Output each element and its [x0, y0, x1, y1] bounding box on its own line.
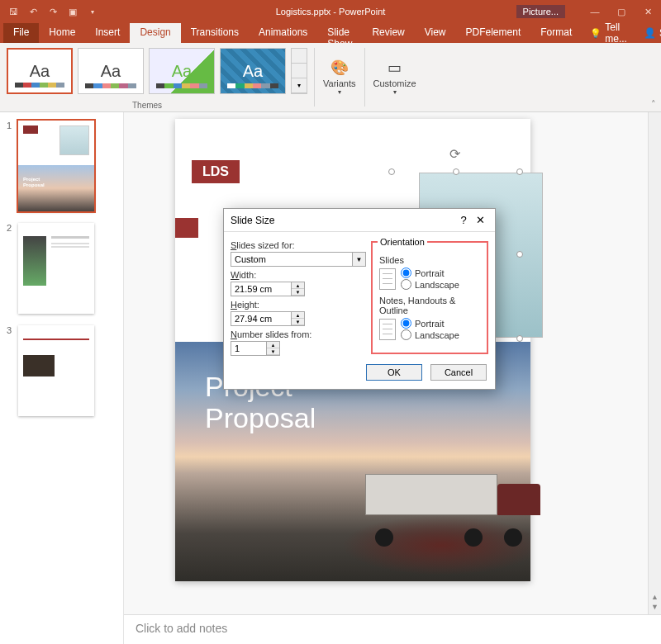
title-mini: ProjectProposal [23, 177, 45, 188]
tab-pdfelement[interactable]: PDFelement [456, 23, 531, 43]
tab-file[interactable]: File [3, 23, 39, 43]
selection-handle[interactable] [453, 168, 459, 175]
spin-down-icon[interactable]: ▼ [292, 319, 304, 325]
ok-button[interactable]: OK [366, 364, 422, 381]
height-spinner[interactable]: ▲▼ [231, 311, 305, 326]
photo-mini [59, 125, 89, 155]
slide-thumbnail[interactable] [18, 325, 94, 416]
spin-up-icon[interactable]: ▲ [292, 312, 304, 319]
contextual-tab-label: Picture... [516, 5, 565, 18]
height-input[interactable] [231, 311, 292, 326]
theme-swatch[interactable]: Aa [78, 48, 144, 94]
ribbon: Aa Aa Aa Aa ▾ Themes 🎨Variants▾ ▭Customi… [0, 43, 661, 112]
theme-swatch[interactable]: Aa [7, 48, 73, 94]
minimize-button[interactable]: — [582, 0, 608, 23]
start-from-beginning-icon[interactable]: ▣ [64, 3, 81, 20]
slides-landscape-radio[interactable]: Landscape [401, 279, 459, 290]
hero-mini [18, 165, 94, 211]
save-icon[interactable]: 🖫 [5, 3, 21, 20]
dialog-titlebar: Slide Size ? ✕ [224, 209, 495, 232]
width-label: Width: [231, 270, 366, 280]
number-from-label: Number slides from: [231, 329, 366, 339]
close-button[interactable]: ✕ [635, 0, 661, 23]
ribbon-tabs: File Home Insert Design Transitions Anim… [0, 23, 661, 43]
height-label: Height: [231, 300, 366, 310]
tell-me[interactable]: 💡Tell me... [582, 23, 635, 43]
tab-format[interactable]: Format [530, 23, 582, 43]
number-from-spinner[interactable]: ▲▼ [231, 341, 280, 356]
quick-access-toolbar: 🖫 ↶ ↷ ▣ ▾ [0, 3, 101, 20]
tab-design[interactable]: Design [130, 23, 180, 43]
cancel-button[interactable]: Cancel [430, 364, 487, 381]
restore-button[interactable]: ▢ [608, 0, 635, 23]
orientation-fieldset: Orientation Slides Portrait Landscape No… [371, 237, 488, 354]
sized-for-label: Slides sized for: [231, 240, 366, 250]
tab-home[interactable]: Home [39, 23, 85, 43]
qat-more-icon[interactable]: ▾ [84, 3, 101, 20]
share-button[interactable]: 👤Share [635, 23, 661, 43]
orientation-legend: Orientation [378, 237, 427, 247]
number-from-input[interactable] [231, 341, 267, 356]
dialog-left-column: Slides sized for: ▼ Width: ▲▼ Height: ▲▼… [231, 237, 366, 356]
theme-swatch[interactable]: Aa [220, 48, 286, 94]
vertical-scrollbar[interactable]: ▲ ▼ [648, 112, 661, 614]
redo-icon[interactable]: ↷ [45, 3, 61, 20]
slide-thumbnails: 1 ProjectProposal 2 3 [0, 112, 124, 644]
dialog-right-column: Orientation Slides Portrait Landscape No… [371, 237, 488, 356]
title-bar: 🖫 ↶ ↷ ▣ ▾ Logistics.pptx - PowerPoint Pi… [0, 0, 661, 23]
next-slide-icon[interactable]: ▼ [651, 603, 659, 611]
slide-thumbnail[interactable]: ProjectProposal [18, 121, 94, 211]
themes-more-button[interactable]: ▾ [291, 48, 307, 94]
spin-down-icon[interactable]: ▼ [292, 289, 304, 296]
slides-portrait-radio[interactable]: Portrait [401, 268, 459, 278]
bulb-icon: 💡 [590, 28, 602, 39]
spin-up-icon[interactable]: ▲ [292, 282, 304, 289]
thumb-number: 3 [7, 325, 15, 416]
chevron-down-icon[interactable]: ▼ [353, 252, 366, 267]
page-portrait-icon [379, 268, 396, 290]
group-label-themes: Themes [132, 101, 162, 110]
tab-slideshow[interactable]: Slide Show [317, 23, 362, 43]
notes-pane[interactable]: Click to add notes [124, 614, 661, 644]
tab-view[interactable]: View [415, 23, 456, 43]
slides-subheading: Slides [379, 255, 482, 265]
tab-transitions[interactable]: Transitions [181, 23, 249, 43]
lds-logo: LDS [192, 160, 240, 183]
truck-graphic [365, 474, 539, 547]
width-spinner[interactable]: ▲▼ [231, 282, 305, 296]
sized-for-combo[interactable]: ▼ [231, 252, 366, 267]
width-input[interactable] [231, 282, 292, 296]
thumb-number: 2 [7, 223, 15, 314]
page-portrait-icon [379, 319, 396, 340]
notes-portrait-radio[interactable]: Portrait [401, 318, 459, 329]
window-title: Logistics.pptx - PowerPoint [276, 7, 386, 17]
spin-down-icon[interactable]: ▼ [267, 348, 279, 355]
notes-subheading: Notes, Handouts & Outline [379, 296, 482, 315]
tab-insert[interactable]: Insert [85, 23, 130, 43]
dialog-title: Slide Size [231, 215, 274, 226]
selection-handle[interactable] [516, 335, 523, 342]
variants-icon: 🎨 [330, 59, 349, 77]
undo-icon[interactable]: ↶ [25, 3, 41, 20]
notes-landscape-radio[interactable]: Landscape [401, 329, 459, 340]
selection-handle[interactable] [516, 251, 523, 258]
spin-up-icon[interactable]: ▲ [267, 342, 279, 348]
rotate-handle-icon[interactable]: ⟳ [449, 146, 460, 162]
customize-button[interactable]: ▭Customize▾ [365, 43, 425, 111]
collapse-ribbon-icon[interactable]: ˄ [651, 99, 656, 110]
dialog-help-button[interactable]: ? [455, 214, 472, 226]
customize-icon: ▭ [388, 59, 402, 77]
slide-thumbnail[interactable] [18, 223, 94, 314]
theme-swatch[interactable]: Aa [149, 48, 215, 94]
variants-button[interactable]: 🎨Variants▾ [315, 43, 364, 111]
slide-size-dialog: Slide Size ? ✕ Slides sized for: ▼ Width… [223, 208, 496, 390]
lds-logo-mini [23, 125, 38, 134]
accent-block [175, 218, 198, 238]
tab-animations[interactable]: Animations [249, 23, 317, 43]
dialog-close-button[interactable]: ✕ [472, 214, 488, 226]
prev-slide-icon[interactable]: ▲ [651, 593, 659, 601]
tab-review[interactable]: Review [362, 23, 414, 43]
sized-for-input[interactable] [231, 252, 353, 267]
selection-handle[interactable] [388, 168, 395, 175]
selection-handle[interactable] [516, 168, 523, 175]
